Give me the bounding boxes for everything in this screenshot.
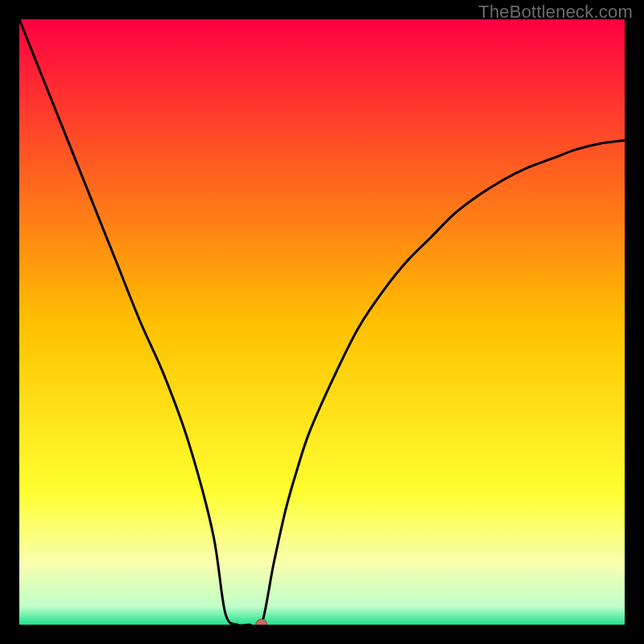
bottleneck-chart — [19, 19, 625, 625]
chart-frame: TheBottleneck.com — [0, 0, 644, 644]
gradient-background — [19, 19, 625, 625]
